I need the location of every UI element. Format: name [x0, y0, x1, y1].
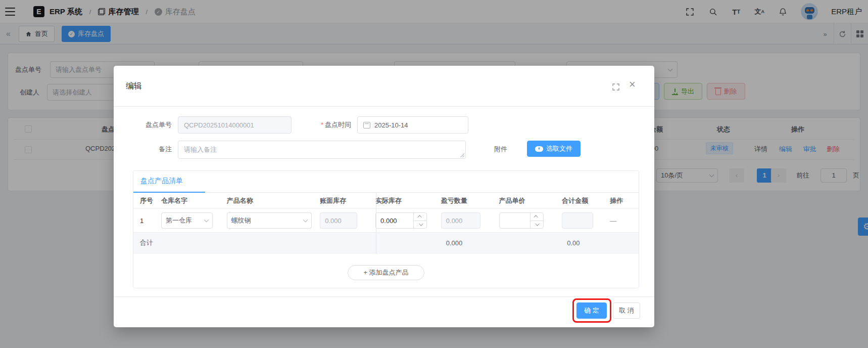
- divider: [114, 296, 654, 297]
- chevron-down-icon: [303, 218, 308, 223]
- fixed-column-divider: [376, 193, 376, 254]
- spinner-down-icon[interactable]: [531, 221, 543, 229]
- warehouse-select[interactable]: 第一仓库: [161, 212, 213, 229]
- add-product-button[interactable]: + 添加盘点产品: [348, 265, 424, 280]
- dialog-title: 编辑: [126, 81, 142, 92]
- remark-label: 备注: [124, 141, 172, 158]
- tab-product-list[interactable]: 盘点产品清单: [140, 177, 183, 186]
- total-row: 合计 0.000 0.00: [133, 232, 639, 253]
- order-no-input: QCPD20251014000001: [178, 116, 292, 134]
- dialog-fullscreen-icon[interactable]: [612, 83, 620, 91]
- confirm-button[interactable]: 确 定: [576, 302, 607, 319]
- dialog-close-icon[interactable]: ×: [629, 79, 636, 90]
- check-time-date-input[interactable]: 2025-10-14: [357, 116, 468, 134]
- actual-stock-input[interactable]: 0.000: [375, 212, 427, 229]
- edit-dialog: 编辑 × 盘点单号 QCPD20251014000001 *盘点时间 2025-…: [114, 66, 654, 327]
- spinner-up-icon[interactable]: [414, 213, 426, 221]
- remark-textarea[interactable]: 请输入备注: [178, 141, 466, 159]
- unit-price-input[interactable]: [499, 212, 544, 229]
- total-profit-loss: 0.000: [441, 239, 499, 247]
- product-table-header: 序号 仓库名字 产品名称 账面库存 实际库存 盈亏数量 产品单价 合计金额 操作: [133, 193, 639, 209]
- upload-cloud-icon: [535, 146, 543, 152]
- divider: [114, 106, 654, 107]
- order-no-label: 盘点单号: [124, 116, 172, 134]
- product-list-section: 盘点产品清单 序号 仓库名字 产品名称 账面库存 实际库存 盈亏数量 产品单价 …: [133, 170, 639, 288]
- check-time-label: *盘点时间: [296, 116, 351, 134]
- row-ops: —: [610, 217, 639, 225]
- cancel-button[interactable]: 取 消: [613, 302, 640, 319]
- choose-file-button[interactable]: 选取文件: [527, 141, 581, 157]
- active-tab-indicator: [133, 192, 205, 193]
- profit-loss-input: 0.000: [441, 212, 480, 229]
- chevron-down-icon: [204, 218, 209, 223]
- product-table-row: 1 第一仓库 螺纹钢 0.000 0.000: [133, 209, 639, 232]
- attachment-label: 附件: [482, 141, 507, 158]
- total-amount-value: 0.00: [562, 239, 610, 247]
- calendar-icon: [363, 122, 370, 128]
- number-spinner[interactable]: [413, 213, 426, 228]
- number-spinner[interactable]: [530, 213, 543, 228]
- spinner-up-icon[interactable]: [531, 213, 543, 221]
- spinner-down-icon[interactable]: [414, 221, 426, 229]
- required-asterisk: *: [321, 121, 323, 128]
- total-amount-input: [562, 212, 593, 229]
- product-select[interactable]: 螺纹钢: [227, 212, 312, 229]
- book-stock-input: 0.000: [320, 212, 357, 229]
- row-index: 1: [133, 217, 161, 225]
- total-label: 合计: [133, 238, 161, 247]
